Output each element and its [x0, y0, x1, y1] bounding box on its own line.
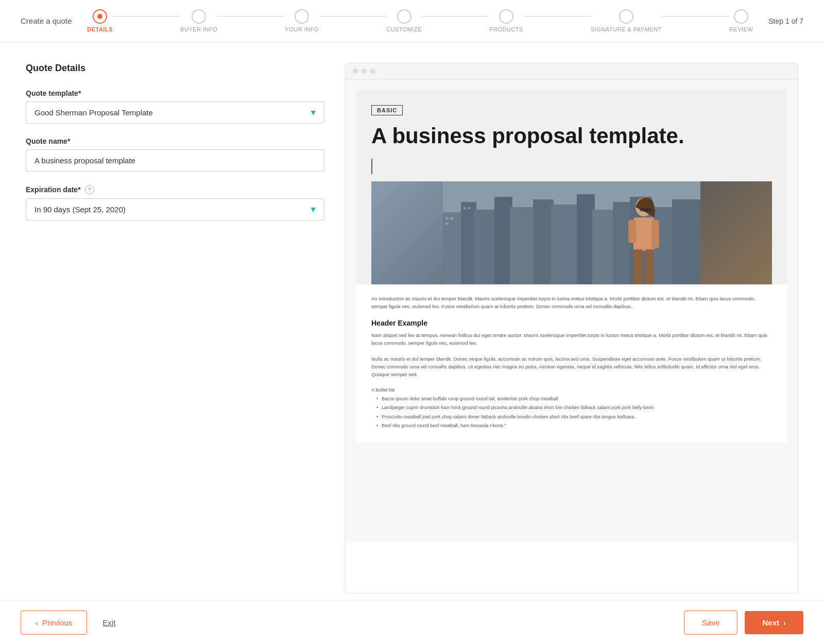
name-field-group: Quote name* — [26, 137, 324, 172]
save-button[interactable]: Save — [684, 611, 737, 635]
preview-title: A business proposal template. — [371, 124, 772, 148]
svg-rect-10 — [613, 202, 632, 284]
preview-bullets: Bacon ipsum dolor amet buffalo rump grou… — [371, 396, 772, 430]
preview-image-svg — [371, 181, 772, 284]
step-circle-customize — [397, 9, 411, 24]
step-line-4 — [422, 16, 489, 16]
step-customize[interactable]: CUSTOMIZE — [386, 9, 422, 32]
bullet-item-4: Beef ribs ground round beef meatball, ha… — [376, 422, 772, 430]
preview-bullet-intro: A bullet list — [371, 387, 772, 393]
step-label-customize: CUSTOMIZE — [386, 26, 422, 32]
step-line-3 — [319, 16, 386, 16]
svg-rect-25 — [640, 208, 651, 211]
quote-name-input[interactable] — [26, 149, 324, 172]
svg-rect-13 — [672, 199, 700, 284]
name-label: Quote name* — [26, 137, 324, 145]
step-label-details: DETAILS — [87, 26, 113, 32]
step-circle-products — [499, 9, 513, 24]
preview-image-area — [371, 181, 772, 284]
svg-rect-17 — [464, 207, 466, 209]
step-circle-review — [734, 9, 748, 24]
step-line-5 — [523, 16, 591, 16]
step-line-6 — [662, 16, 729, 16]
step-label-signature: SIGNATURE & PAYMENT — [591, 26, 662, 32]
expiration-select-wrapper: In 30 daysIn 60 daysIn 90 days (Sept 25,… — [26, 198, 324, 221]
svg-rect-20 — [633, 217, 654, 251]
chrome-dot-1 — [353, 69, 358, 74]
step-circle-your-info — [295, 9, 309, 24]
footer-right: Save Next › — [684, 611, 803, 635]
svg-rect-22 — [651, 220, 659, 248]
stepper: DETAILS BUYER INFO YOUR INFO CUSTOMIZE P… — [87, 9, 753, 32]
step-line-1 — [113, 16, 180, 16]
preview-content: BASIC A business proposal template. — [346, 79, 798, 543]
template-select[interactable]: Good Sherman Proposal TemplateBasic Prop… — [26, 101, 324, 124]
svg-rect-9 — [592, 210, 615, 284]
svg-rect-5 — [510, 207, 536, 284]
step-label-review: REVIEW — [729, 26, 753, 32]
preview-hero: BASIC A business proposal template. — [356, 90, 787, 284]
preview-badge: BASIC — [371, 105, 403, 115]
expiration-help-icon[interactable]: ? — [85, 185, 94, 194]
chrome-dot-3 — [370, 69, 375, 74]
preview-divider — [371, 159, 372, 174]
preview-intro-text: An introduction ac mauris et dui temper … — [371, 295, 772, 310]
step-circle-buyer-info — [192, 9, 206, 24]
svg-rect-15 — [450, 217, 453, 219]
svg-rect-16 — [445, 223, 449, 225]
svg-rect-7 — [551, 205, 579, 284]
expiration-field-group: Expiration date* ? In 30 daysIn 60 daysI… — [26, 185, 324, 221]
step-signature-payment[interactable]: SIGNATURE & PAYMENT — [591, 9, 662, 32]
svg-rect-6 — [533, 199, 554, 284]
svg-rect-24 — [645, 249, 654, 284]
step-buyer-info[interactable]: BUYER INFO — [180, 9, 217, 32]
section-title: Quote Details — [26, 63, 324, 74]
step-line-2 — [217, 16, 285, 16]
step-products[interactable]: PRODUCTS — [489, 9, 523, 32]
step-details[interactable]: DETAILS — [87, 9, 113, 32]
template-select-wrapper: Good Sherman Proposal TemplateBasic Prop… — [26, 101, 324, 124]
bullet-item-3: Prosciutto meatball jowl pork chop salam… — [376, 414, 772, 421]
exit-button[interactable]: Exit — [102, 618, 115, 627]
previous-button[interactable]: ‹ Previous — [21, 611, 87, 635]
bullet-item-2: Landjaeger cupim drumstick ham hock grou… — [376, 404, 772, 412]
bullet-item-1: Bacon ipsum dolor amet buffalo rump grou… — [376, 396, 772, 403]
preview-body-text1: Nam aliquet sed leo at tempus. Aenean fi… — [371, 331, 772, 347]
create-quote-label: Create a quote — [21, 16, 72, 25]
step-your-info[interactable]: YOUR INFO — [285, 9, 319, 32]
preview-inner: BASIC A business proposal template. — [356, 90, 787, 442]
svg-rect-3 — [474, 210, 497, 284]
chrome-dot-2 — [362, 69, 367, 74]
next-button[interactable]: Next › — [745, 611, 803, 634]
svg-rect-23 — [633, 249, 643, 284]
preview-header-example: Header Example — [371, 319, 772, 327]
expiration-label: Expiration date* ? — [26, 185, 324, 194]
svg-rect-21 — [628, 220, 636, 243]
main-content: Quote Details Quote template* Good Sherm… — [0, 42, 824, 614]
template-label: Quote template* — [26, 89, 324, 97]
svg-rect-4 — [494, 197, 512, 284]
footer: ‹ Previous Exit Save Next › — [0, 601, 824, 644]
svg-rect-14 — [445, 217, 449, 219]
preview-chrome — [346, 63, 798, 79]
previous-chevron-icon: ‹ — [36, 618, 38, 627]
footer-left: ‹ Previous Exit — [21, 611, 115, 635]
step-circle-details — [93, 9, 107, 24]
step-count: Step 1 of 7 — [768, 17, 803, 25]
svg-rect-18 — [468, 207, 470, 209]
step-circle-signature — [619, 9, 633, 24]
svg-rect-8 — [577, 194, 595, 284]
step-review[interactable]: REVIEW — [729, 9, 753, 32]
header: Create a quote DETAILS BUYER INFO YOUR I… — [0, 0, 824, 42]
preview-body-text2: Nulla ac mauris et dui temper blandit. D… — [371, 355, 772, 379]
step-label-products: PRODUCTS — [489, 26, 523, 32]
template-field-group: Quote template* Good Sherman Proposal Te… — [26, 89, 324, 124]
next-chevron-icon: › — [783, 618, 786, 627]
step-label-your-info: YOUR INFO — [285, 26, 319, 32]
expiration-select[interactable]: In 30 daysIn 60 daysIn 90 days (Sept 25,… — [26, 198, 324, 221]
step-label-buyer-info: BUYER INFO — [180, 26, 217, 32]
preview-body: An introduction ac mauris et dui temper … — [356, 284, 787, 442]
left-panel: Quote Details Quote template* Good Sherm… — [26, 63, 324, 594]
preview-panel: BASIC A business proposal template. — [345, 63, 798, 594]
